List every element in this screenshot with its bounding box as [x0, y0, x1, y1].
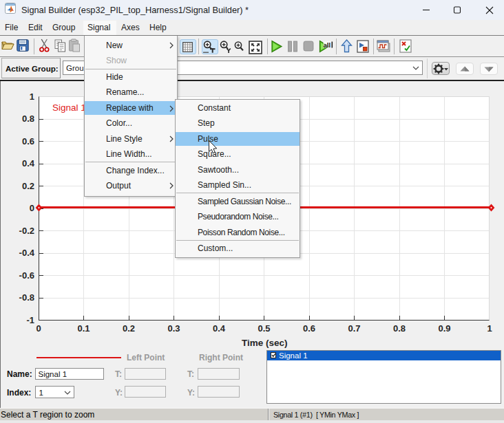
svg-text:all: all: [324, 41, 331, 48]
